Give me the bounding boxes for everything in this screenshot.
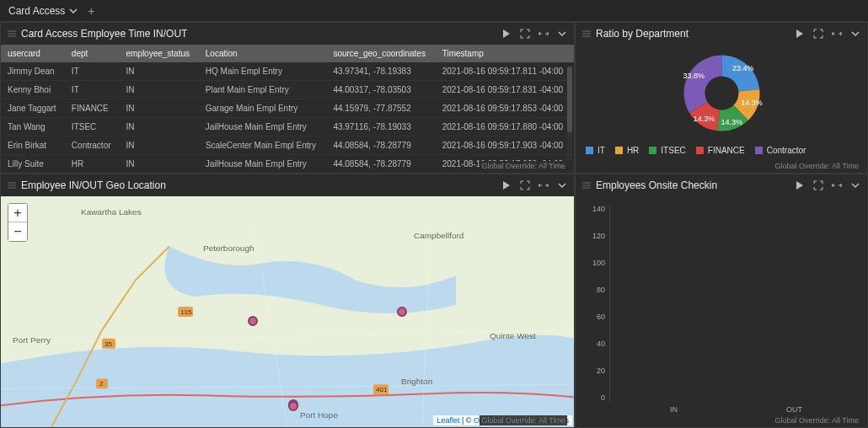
svg-text:2: 2 bbox=[99, 380, 104, 388]
dashboard-tab[interactable]: Card Access bbox=[8, 5, 78, 17]
employee-table[interactable]: usercarddeptemployee_statusLocationsourc… bbox=[1, 45, 574, 173]
drag-icon bbox=[582, 29, 591, 38]
fullscreen-icon[interactable] bbox=[520, 180, 530, 190]
legend-item[interactable]: ITSEC bbox=[649, 146, 685, 155]
drag-icon bbox=[8, 29, 16, 38]
panel-ratio-department: Ratio by Department 23.4%14.3%14.3%14.3%… bbox=[575, 22, 868, 174]
panel-onsite-checkin: Employees Onsite Checkin 140120100806040… bbox=[575, 174, 868, 428]
donut-chart: 23.4%14.3%14.3%14.3%33.8% bbox=[678, 49, 766, 137]
y-tick: 140 bbox=[576, 205, 605, 213]
legend-swatch bbox=[755, 147, 763, 154]
y-tick: 120 bbox=[576, 232, 605, 240]
x-label: OUT bbox=[755, 405, 833, 414]
y-tick: 0 bbox=[576, 393, 605, 402]
svg-text:115: 115 bbox=[180, 308, 192, 316]
chevron-down-icon[interactable] bbox=[850, 29, 860, 39]
resize-icon[interactable] bbox=[538, 29, 549, 39]
map-marker[interactable] bbox=[248, 316, 258, 326]
leaflet-link[interactable]: Leaflet bbox=[437, 416, 459, 425]
chevron-down-icon[interactable] bbox=[850, 180, 860, 190]
svg-text:Port Hope: Port Hope bbox=[300, 410, 338, 420]
chevron-down-icon bbox=[69, 7, 78, 15]
svg-text:Peterborough: Peterborough bbox=[203, 243, 255, 253]
legend-swatch bbox=[696, 147, 704, 154]
legend-swatch bbox=[586, 147, 593, 154]
footer-note: Global Override: All Time bbox=[773, 161, 860, 171]
panel-title: Card Access Employee Time IN/OUT bbox=[21, 28, 187, 40]
column-header[interactable]: employee_status bbox=[119, 45, 198, 62]
table-row[interactable]: Kenny BhoiITINPlant Main Empl Entry44.00… bbox=[1, 81, 574, 99]
svg-text:Brighton: Brighton bbox=[401, 377, 432, 386]
slice-label: 14.3% bbox=[721, 118, 743, 126]
play-icon[interactable] bbox=[795, 180, 805, 190]
slice-label: 14.3% bbox=[741, 99, 763, 107]
column-header[interactable]: Timestamp bbox=[436, 45, 574, 62]
fullscreen-icon[interactable] bbox=[520, 29, 530, 39]
svg-text:401: 401 bbox=[376, 386, 388, 393]
play-icon[interactable] bbox=[501, 180, 512, 190]
legend-item[interactable]: HR bbox=[615, 146, 639, 155]
legend-swatch bbox=[649, 147, 656, 154]
panel-title: Ratio by Department bbox=[596, 28, 689, 40]
map-zoom: + − bbox=[8, 203, 28, 242]
legend-swatch bbox=[615, 147, 623, 154]
slice-label: 14.3% bbox=[694, 115, 715, 123]
panel-title: Employees Onsite Checkin bbox=[596, 179, 717, 191]
drag-icon bbox=[8, 181, 16, 190]
zoom-out-button[interactable]: − bbox=[8, 222, 27, 241]
drag-icon bbox=[582, 181, 591, 190]
footer-note: Global Override: All Time bbox=[480, 415, 567, 425]
y-tick: 100 bbox=[576, 259, 605, 267]
scrollbar[interactable] bbox=[567, 67, 572, 161]
resize-icon[interactable] bbox=[538, 180, 549, 190]
chevron-down-icon[interactable] bbox=[557, 29, 567, 39]
table-row[interactable]: Jane TaggartFINANCEINGarage Main Empl En… bbox=[1, 99, 574, 118]
fullscreen-icon[interactable] bbox=[813, 180, 823, 190]
footer-note: Global Override: All Time bbox=[773, 415, 860, 425]
panel-geo-location: Employee IN/OUT Geo Location 351154012 K… bbox=[0, 174, 575, 428]
svg-text:Kawartha Lakes: Kawartha Lakes bbox=[81, 207, 142, 217]
y-tick: 40 bbox=[576, 340, 605, 348]
chevron-down-icon[interactable] bbox=[557, 180, 567, 190]
tab-label: Card Access bbox=[8, 5, 65, 17]
slice-label: 23.4% bbox=[732, 64, 754, 72]
map-marker[interactable] bbox=[288, 401, 298, 411]
y-tick: 80 bbox=[576, 286, 605, 294]
play-icon[interactable] bbox=[795, 29, 805, 39]
y-tick: 20 bbox=[576, 366, 605, 375]
column-header[interactable]: Location bbox=[199, 45, 327, 62]
panel-title: Employee IN/OUT Geo Location bbox=[21, 179, 166, 191]
bar-chart: 140120100806040200 INOUT bbox=[576, 196, 867, 427]
legend-item[interactable]: Contractor bbox=[755, 146, 806, 155]
fullscreen-icon[interactable] bbox=[813, 29, 823, 39]
svg-text:Campbellford: Campbellford bbox=[414, 231, 463, 240]
map[interactable]: 351154012 Kawartha Lakes Peterborough Ca… bbox=[1, 196, 574, 427]
slice-label: 33.8% bbox=[683, 72, 705, 80]
y-tick: 60 bbox=[576, 313, 605, 321]
add-tab-button[interactable]: + bbox=[88, 4, 94, 18]
column-header[interactable]: dept bbox=[65, 45, 120, 62]
table-row[interactable]: Jimmy DeanITINHQ Main Empl Entry43.97341… bbox=[1, 62, 574, 81]
map-marker[interactable] bbox=[397, 307, 407, 317]
svg-text:Port Perry: Port Perry bbox=[13, 335, 51, 345]
zoom-in-button[interactable]: + bbox=[8, 204, 27, 222]
resize-icon[interactable] bbox=[832, 29, 842, 39]
map-tiles: 351154012 Kawartha Lakes Peterborough Ca… bbox=[1, 196, 574, 427]
column-header[interactable]: source_geo_coordinates bbox=[326, 45, 435, 62]
panel-employee-time: Card Access Employee Time IN/OUT usercar… bbox=[0, 22, 575, 174]
legend-item[interactable]: FINANCE bbox=[696, 146, 745, 155]
svg-text:Quinte West: Quinte West bbox=[490, 331, 536, 340]
legend-item[interactable]: IT bbox=[586, 146, 605, 155]
svg-text:35: 35 bbox=[104, 340, 112, 348]
resize-icon[interactable] bbox=[832, 180, 842, 190]
table-row[interactable]: Tan WangITSECINJailHouse Main Empl Entry… bbox=[1, 118, 574, 136]
play-icon[interactable] bbox=[501, 29, 512, 39]
column-header[interactable]: usercard bbox=[1, 45, 65, 62]
table-row[interactable]: Erin BirkatContractorINScaleCenter Main … bbox=[1, 136, 574, 155]
x-label: IN bbox=[635, 405, 713, 414]
footer-note: Global Override: All Time bbox=[480, 161, 567, 171]
